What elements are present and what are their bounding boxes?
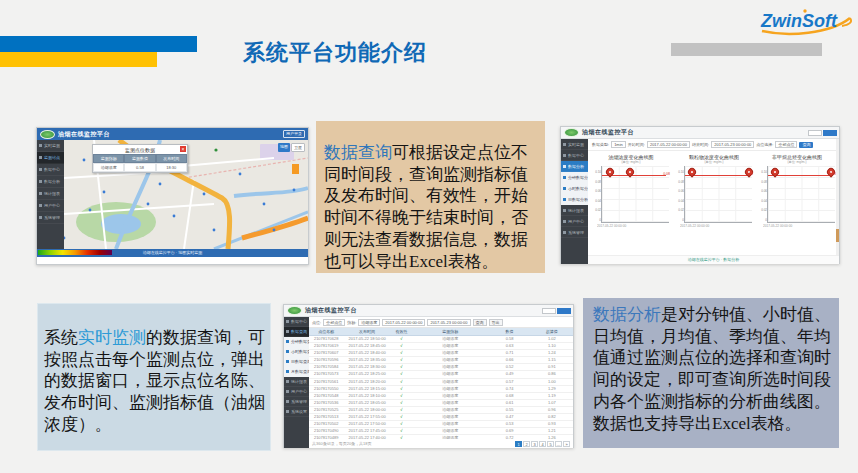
scrollbar[interactable]	[836, 139, 839, 256]
chart-title: 非甲烷总烃变化曲线图	[757, 154, 837, 160]
sidebar-item[interactable]: 统计报表	[284, 377, 309, 387]
analysis-main: 数据类型:1min开始时间:2017-05-22 00:00:00结束时间:20…	[588, 139, 839, 264]
page-button[interactable]: 1	[515, 441, 522, 447]
table-row[interactable]: 210781705962017-05-22 18:35:00√油烟浓度0.661…	[309, 357, 573, 364]
table-cell: √	[391, 336, 412, 342]
table-cell: 2017-05-22 17:45:00	[343, 428, 391, 434]
sidebar-item[interactable]: 月数据查询	[284, 367, 309, 377]
page-button[interactable]: 4	[539, 441, 546, 447]
sidebar-item[interactable]: 统计报表	[37, 188, 64, 200]
account-button[interactable]	[557, 308, 571, 314]
sidebar-item[interactable]: 用户中心	[284, 387, 309, 397]
sidebar-item[interactable]: 实时监测	[561, 139, 588, 150]
table-cell: 油烟浓度	[412, 428, 489, 434]
menu-icon	[39, 144, 42, 147]
sidebar-item[interactable]: 系统管理	[284, 397, 309, 407]
table-row[interactable]: 210781705252017-05-22 18:00:00√油烟浓度0.550…	[309, 407, 573, 414]
sidebar-item[interactable]: 数据中心	[561, 150, 588, 161]
table-cell: 油烟浓度	[412, 400, 489, 406]
sidebar-item[interactable]: 数据分析	[37, 176, 64, 188]
table-cell: 0.68	[488, 393, 530, 399]
table-cell: 油烟浓度	[412, 343, 489, 349]
table-cell: 0.63	[488, 343, 530, 349]
line-value-label: 0.08	[746, 172, 753, 176]
point-select[interactable]: 全部点位	[323, 319, 345, 326]
user-button[interactable]	[808, 130, 822, 136]
menu-icon	[286, 380, 289, 383]
page-button[interactable]: 2	[523, 441, 530, 447]
app-logo-icon	[40, 130, 55, 139]
page-button[interactable]: 3	[531, 441, 538, 447]
chart-plot: 0.100.080.060.040.0200.08	[767, 166, 835, 223]
sidebar-item[interactable]: 小时数据查询	[284, 347, 309, 357]
table-row[interactable]: 210781705482017-05-22 18:10:00√油烟浓度0.681…	[309, 393, 573, 400]
table-row[interactable]: 210781704902017-05-22 17:45:00√油烟浓度0.691…	[309, 428, 573, 435]
table-cell: √	[391, 407, 412, 413]
sidebar-item[interactable]: 统计报表	[561, 205, 588, 216]
callout-data-analysis: 数据分析是对分钟值、小时值、日均值，月均值、季均值、年均值通过监测点位的选择和查…	[583, 298, 839, 448]
sidebar-item[interactable]: 监测站点	[37, 152, 64, 164]
sidebar-item[interactable]: 用户中心	[561, 216, 588, 227]
end-time-input[interactable]: 2017-05-23 00:00:00	[427, 319, 470, 326]
close-icon[interactable]: ×	[180, 146, 186, 152]
table-row[interactable]: 210781706072017-05-22 18:40:00√油烟浓度0.711…	[309, 350, 573, 357]
satellite-mode-button[interactable]: 卫星	[291, 143, 305, 152]
y-tick: 0	[599, 218, 601, 222]
y-tick: 0.08	[595, 180, 601, 184]
table-row[interactable]: 210781705362017-05-22 18:05:00√油烟浓度0.611…	[309, 400, 573, 407]
sidebar-item[interactable]: 系统管理	[37, 212, 64, 224]
export-button[interactable]: 导出	[489, 319, 503, 326]
column-header: 折算值	[531, 328, 573, 335]
sidebar-item[interactable]: 实时监测	[37, 140, 64, 152]
toolbar-field[interactable]: 2017-05-23 00:00:00	[711, 141, 754, 148]
page-button[interactable]: …	[555, 441, 562, 447]
table-row[interactable]: 210781705022017-05-22 17:50:00√油烟浓度0.530…	[309, 421, 573, 428]
sidebar-item[interactable]: 数据查询	[284, 327, 309, 337]
toolbar-field[interactable]: 全部点位	[775, 141, 797, 148]
query-button[interactable]: 查询	[799, 142, 813, 148]
page-button[interactable]: 5	[547, 441, 554, 447]
table-cell: √	[391, 364, 412, 370]
sidebar-item[interactable]: 分钟数据分析	[561, 172, 588, 183]
sidebar-item[interactable]: 数据中心	[37, 164, 64, 176]
table-cell: 21078170548	[309, 393, 343, 399]
table-cell: 0.66	[488, 357, 530, 363]
sidebar-item[interactable]: 数据分析	[561, 161, 588, 172]
table-cell: 油烟浓度	[412, 421, 489, 427]
table-cell: 0.55	[488, 407, 530, 413]
point-label: 点位:	[312, 320, 321, 325]
metric-select[interactable]: 油烟浓度	[358, 319, 380, 326]
sidebar-item[interactable]: 用户中心	[37, 200, 64, 212]
table-row[interactable]: 210781706192017-05-22 18:45:00√油烟浓度0.631…	[309, 343, 573, 350]
sidebar-item[interactable]: 小时数据分析	[561, 183, 588, 194]
user-button[interactable]	[542, 308, 556, 314]
toolbar-field[interactable]: 1min	[611, 141, 626, 148]
map-canvas[interactable]: × 监测点位数据 监测指标监测数值发布时间油烟浓度0.5818:30 地图 卫星	[64, 140, 308, 249]
table-cell: 油烟浓度	[412, 350, 489, 356]
sidebar-item[interactable]: 数据中心	[284, 317, 309, 327]
table-row[interactable]: 210781705132017-05-22 17:55:00√油烟浓度0.470…	[309, 414, 573, 421]
map-mode-button[interactable]: 地图	[278, 143, 290, 152]
screenshot-map-monitoring: 油烟在线监控平台 用户登录 实时监测监测站点数据中心数据分析统计报表用户中心系统…	[36, 127, 309, 265]
table-row[interactable]: 210781706282017-05-22 18:50:00√油烟浓度0.581…	[309, 336, 573, 343]
table-row[interactable]: 210781705732017-05-22 18:25:00√油烟浓度0.490…	[309, 371, 573, 378]
table-cell: 21078170573	[309, 371, 343, 377]
callout-realtime-highlight: 实时监测	[78, 328, 146, 347]
table-row[interactable]: 210781705502017-05-22 18:15:00√油烟浓度0.741…	[309, 386, 573, 393]
sidebar-item-label: 日数据分析	[568, 197, 588, 202]
table-row[interactable]: 210781705612017-05-22 18:20:00√油烟浓度0.571…	[309, 379, 573, 386]
start-time-input[interactable]: 2017-05-22 00:00:00	[382, 319, 425, 326]
account-button[interactable]	[823, 130, 837, 136]
table-cell: 21078170513	[309, 414, 343, 420]
table-row[interactable]: 210781705842017-05-22 18:30:00√油烟浓度0.520…	[309, 364, 573, 371]
toolbar-field[interactable]: 2017-05-22 00:00:00	[647, 141, 690, 148]
sidebar-item[interactable]: 日数据查询	[284, 357, 309, 367]
sidebar-item[interactable]: 日数据分析	[561, 194, 588, 205]
sidebar-item[interactable]: 系统设置	[284, 407, 309, 417]
search-button[interactable]: 查询	[473, 319, 487, 326]
login-button[interactable]: 用户登录	[283, 130, 305, 138]
sidebar-item[interactable]: 系统管理	[561, 227, 588, 238]
scrollbar-thumb[interactable]	[836, 229, 839, 242]
page-button[interactable]: »	[563, 441, 570, 447]
sidebar-item[interactable]: 分钟数据查询	[284, 337, 309, 347]
